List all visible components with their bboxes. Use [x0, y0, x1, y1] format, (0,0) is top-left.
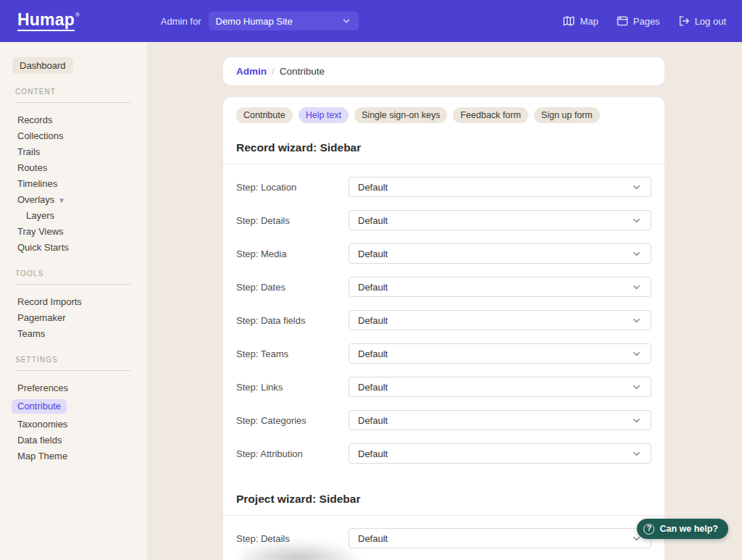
select-value: Default — [358, 182, 388, 193]
wizard-panels: Record wizard: SidebarStep: LocationDefa… — [236, 141, 651, 555]
sidebar-sections: CONTENTRecordsCollectionsTrailsRoutesTim… — [0, 88, 147, 464]
select-step-media[interactable]: Default — [349, 243, 651, 264]
help-text-tabs: ContributeHelp textSingle sign-on keysFe… — [236, 107, 651, 123]
sidebar-item-label: Taxonomies — [17, 419, 67, 430]
nav-label: Log out — [695, 16, 726, 27]
setting-row: Step: DetailsDefault — [236, 204, 651, 237]
sidebar-item-timelines[interactable]: Timelines — [0, 176, 147, 192]
select-step-data-fields[interactable]: Default — [349, 310, 651, 330]
row-label: Step: Dates — [236, 282, 285, 293]
setting-row: Step: LocationDefault — [236, 170, 651, 204]
can-we-help-button[interactable]: ? Can we help? — [637, 519, 728, 539]
sidebar-item-collections[interactable]: Collections — [0, 128, 147, 144]
sidebar-item-quick-starts[interactable]: Quick Starts — [0, 240, 147, 256]
site-selector[interactable]: Demo Humap Site — [209, 12, 359, 30]
sidebar-item-label: Trails — [17, 147, 40, 157]
sidebar-item-taxonomies[interactable]: Taxonomies — [0, 417, 147, 432]
logo-text: Humap — [17, 11, 75, 30]
panel-project-wizard-sidebar: Project wizard: SidebarStep: DetailsDefa… — [236, 492, 651, 555]
sidebar-item-label: Data fields — [17, 435, 62, 446]
sidebar-item-records[interactable]: Records — [0, 112, 147, 128]
breadcrumb: Admin / Contribute — [223, 57, 664, 85]
chevron-down-icon — [631, 448, 642, 459]
sidebar-item-label: Map Theme — [17, 451, 67, 461]
sidebar-item-routes[interactable]: Routes — [0, 160, 147, 176]
setting-row: Step: TeamsDefault — [236, 337, 651, 370]
panel-title: Project wizard: Sidebar — [236, 492, 651, 506]
chevron-down-icon — [631, 415, 642, 426]
nav-log-out[interactable]: Log out — [678, 14, 726, 28]
tab-feedback-form[interactable]: Feedback form — [453, 107, 528, 123]
sidebar-item-layers[interactable]: Layers — [0, 208, 147, 224]
chevron-down-icon — [631, 348, 642, 359]
select-step-dates[interactable]: Default — [349, 277, 651, 297]
sidebar-item-dashboard[interactable]: Dashboard — [12, 57, 73, 74]
panel-rows: Step: LocationDefaultStep: DetailsDefaul… — [236, 164, 651, 470]
select-value: Default — [358, 215, 388, 226]
tab-contribute[interactable]: Contribute — [236, 107, 293, 123]
help-button-label: Can we help? — [659, 524, 718, 534]
row-label: Step: Attribution — [236, 448, 303, 459]
sidebar-list: PreferencesContributeTaxonomiesData fiel… — [0, 380, 147, 464]
sidebar-item-label: Routes — [17, 163, 47, 173]
select-value: Default — [358, 533, 388, 544]
chevron-down-icon — [631, 215, 642, 226]
site-selector-value: Demo Humap Site — [216, 16, 293, 27]
tab-sign-up-form[interactable]: Sign up form — [534, 107, 600, 123]
select-value: Default — [358, 315, 388, 326]
sidebar-section-label: TOOLS — [15, 269, 130, 285]
select-step-details[interactable]: Default — [349, 210, 651, 230]
tab-help-text[interactable]: Help text — [299, 107, 349, 123]
select-value: Default — [358, 282, 388, 293]
sidebar-item-pagemaker[interactable]: Pagemaker — [0, 310, 147, 326]
question-circle-icon: ? — [643, 524, 654, 535]
chevron-down-icon — [341, 16, 351, 26]
select-step-attribution[interactable]: Default — [349, 443, 651, 464]
sidebar-section-label: SETTINGS — [15, 356, 130, 371]
select-value: Default — [358, 415, 388, 426]
select-step-location[interactable]: Default — [349, 177, 651, 197]
sidebar-item-label: Timelines — [17, 179, 57, 189]
nav-pages[interactable]: Pages — [616, 14, 660, 28]
sidebar-item-label: Overlays — [17, 195, 54, 205]
admin-sidebar: Dashboard CONTENTRecordsCollectionsTrail… — [0, 42, 147, 560]
humap-logo[interactable]: Humap ® — [17, 11, 80, 30]
setting-row: Step: MediaDefault — [236, 237, 651, 270]
select-step-categories[interactable]: Default — [349, 410, 651, 430]
select-value: Default — [358, 248, 388, 259]
row-label: Step: Location — [236, 182, 296, 193]
sidebar-item-label: Quick Starts — [17, 243, 69, 253]
registered-trademark-icon: ® — [75, 12, 80, 18]
setting-row: Step: AttributionDefault — [236, 437, 651, 470]
chevron-down-icon — [631, 315, 642, 326]
row-label: Step: Links — [236, 382, 283, 393]
row-label: Step: Media — [236, 248, 286, 259]
select-step-details[interactable]: Default — [349, 528, 651, 548]
chevron-down-icon — [631, 248, 642, 259]
sidebar-item-record-imports[interactable]: Record Imports — [0, 294, 147, 310]
select-step-teams[interactable]: Default — [349, 343, 651, 364]
sidebar-item-label: Record Imports — [17, 297, 82, 307]
logout-icon — [678, 14, 691, 28]
contribute-settings-card: ContributeHelp textSingle sign-on keysFe… — [223, 97, 664, 560]
sidebar-item-trails[interactable]: Trails — [0, 144, 147, 160]
sidebar-item-teams[interactable]: Teams — [0, 326, 147, 342]
sidebar-item-tray-views[interactable]: Tray Views — [0, 224, 147, 240]
chevron-down-icon: ▾ — [59, 196, 64, 204]
sidebar-item-label: Teams — [17, 329, 45, 339]
select-step-links[interactable]: Default — [349, 377, 651, 397]
sidebar-item-map-theme[interactable]: Map Theme — [0, 448, 147, 464]
nav-map[interactable]: Map — [562, 14, 598, 28]
tab-single-sign-on-keys[interactable]: Single sign-on keys — [354, 107, 447, 123]
select-value: Default — [358, 448, 388, 459]
sidebar-item-label: Pagemaker — [17, 313, 65, 323]
sidebar-item-contribute[interactable]: Contribute — [0, 396, 147, 417]
setting-row: Step: DetailsDefault — [236, 522, 651, 555]
sidebar-item-preferences[interactable]: Preferences — [0, 380, 147, 396]
sidebar-item-data-fields[interactable]: Data fields — [0, 432, 147, 448]
sidebar-list: RecordsCollectionsTrailsRoutesTimelinesO… — [0, 112, 147, 256]
breadcrumb-admin-link[interactable]: Admin — [236, 66, 267, 77]
sidebar-item-label: Records — [17, 115, 52, 125]
sidebar-item-overlays[interactable]: Overlays▾ — [0, 192, 147, 208]
chevron-down-icon — [631, 282, 642, 293]
